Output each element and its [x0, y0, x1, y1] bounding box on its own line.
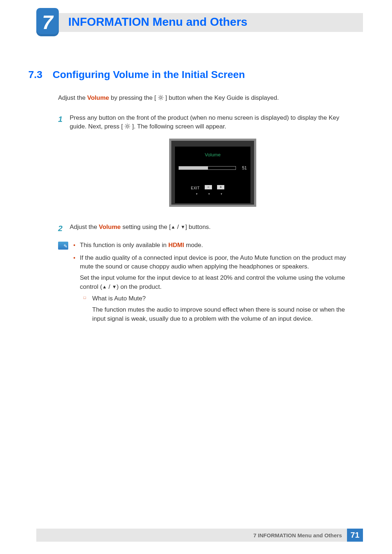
step-body: Press any button on the front of the pro…: [70, 114, 356, 217]
osd-volume-value: 51: [239, 165, 247, 171]
down-arrow-icon: ▾: [205, 192, 213, 196]
note-sub-item: What is Auto Mute? The function mutes th…: [80, 294, 356, 323]
text: Adjust the: [58, 94, 87, 101]
down-triangle-icon: ▼: [181, 224, 185, 231]
osd-screenshot: Volume 51 EXIT − +: [70, 139, 356, 207]
osd-frame: Volume 51 EXIT − +: [169, 139, 256, 207]
osd-exit-label: EXIT: [191, 185, 200, 191]
footer: 7 INFORMATION Menu and Others 71: [36, 529, 363, 542]
svg-line-15: [129, 128, 130, 128]
down-triangle-icon: ▼: [112, 284, 117, 291]
chapter-title: INFORMATION Menu and Others: [68, 15, 248, 29]
down-arrow-icon: ▾: [193, 192, 200, 196]
osd-title: Volume: [179, 152, 247, 159]
text: ) on the product.: [117, 283, 162, 290]
text: Adjust the: [70, 223, 99, 230]
svg-line-7: [159, 99, 159, 99]
osd-bar-row: 51: [179, 165, 247, 171]
osd-plus-button: +: [217, 185, 224, 189]
text: What is Auto Mute?: [92, 294, 356, 303]
text: setting using the [: [121, 223, 171, 230]
section-heading: 7.3 Configuring Volume in the Initial Sc…: [28, 69, 245, 81]
content-area: Adjust the Volume by pressing the [ ] bu…: [58, 94, 356, 327]
hdmi-keyword: HDMI: [168, 242, 184, 249]
text: ] button when the Key Guide is displayed…: [164, 94, 279, 101]
note-bullet: This function is only available in HDMI …: [73, 241, 356, 250]
text: If the audio quality of a connected inpu…: [80, 254, 356, 271]
note-block: This function is only available in HDMI …: [58, 241, 356, 327]
text: This function is only available in: [80, 242, 168, 249]
step-2: 2 Adjust the Volume setting using the [▲…: [58, 223, 356, 234]
brightness-icon: [124, 123, 130, 132]
step-body: Adjust the Volume setting using the [▲ /…: [70, 223, 356, 234]
footer-bar: 7 INFORMATION Menu and Others: [36, 529, 347, 542]
up-triangle-icon: ▲: [102, 284, 107, 291]
osd-down-markers: ▾ ▾ ▾: [179, 192, 247, 196]
text: ] buttons.: [185, 223, 211, 230]
brightness-icon: [158, 94, 164, 103]
osd-minus-button: −: [205, 185, 212, 189]
step-number: 2: [58, 223, 65, 234]
svg-line-5: [159, 96, 159, 97]
text: mode.: [184, 242, 203, 249]
svg-line-8: [162, 96, 163, 97]
chapter-tab: 7: [36, 8, 59, 36]
osd-volume-track: [179, 166, 236, 170]
svg-line-14: [126, 124, 126, 125]
note-bullet: If the audio quality of a connected inpu…: [73, 254, 356, 323]
note-body: This function is only available in HDMI …: [73, 241, 356, 327]
volume-keyword: Volume: [99, 223, 121, 230]
osd-button-row: EXIT − +: [179, 185, 247, 191]
volume-keyword: Volume: [87, 94, 109, 101]
section-title: Configuring Volume in the Initial Screen: [53, 69, 245, 81]
intro-paragraph: Adjust the Volume by pressing the [ ] bu…: [58, 94, 356, 103]
note-icon: [58, 242, 68, 250]
text: by pressing the [: [109, 94, 158, 101]
svg-line-16: [126, 128, 126, 128]
svg-point-0: [160, 97, 162, 98]
svg-point-9: [127, 126, 128, 127]
down-arrow-icon: ▾: [218, 192, 225, 196]
svg-line-17: [129, 124, 130, 125]
section-number: 7.3: [28, 69, 42, 81]
osd-inner: Volume 51 EXIT − +: [175, 147, 250, 203]
svg-line-6: [162, 99, 163, 99]
step-number: 1: [58, 114, 65, 217]
text: Set the input volume for the input devic…: [80, 274, 356, 291]
osd-volume-fill: [179, 167, 208, 169]
page-number: 71: [347, 529, 363, 542]
up-triangle-icon: ▲: [171, 224, 175, 231]
chapter-number: 7: [42, 11, 53, 33]
note-sublist: What is Auto Mute? The function mutes th…: [80, 294, 356, 323]
step-1: 1 Press any button on the front of the p…: [58, 114, 356, 217]
note-bullet-list: This function is only available in HDMI …: [73, 241, 356, 323]
text: The function mutes the audio to improve …: [92, 305, 356, 323]
text: ]. The following screen will appear.: [130, 123, 226, 130]
